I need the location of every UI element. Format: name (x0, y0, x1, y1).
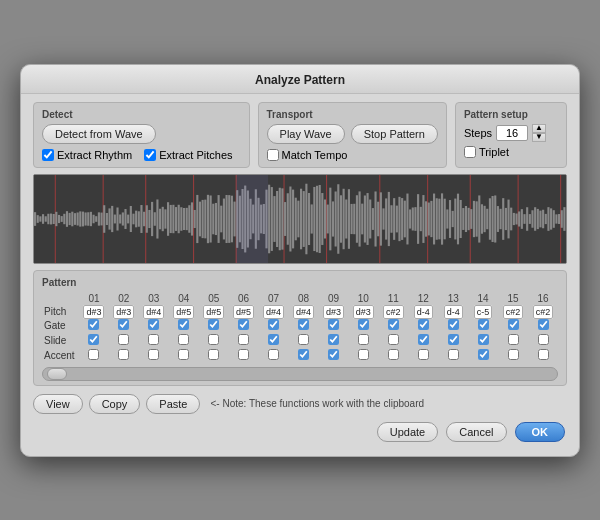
stop-pattern-button[interactable]: Stop Pattern (351, 124, 438, 144)
accent-cell-4[interactable] (169, 348, 199, 363)
slide-checkbox-16[interactable] (538, 334, 549, 345)
pattern-scrollbar[interactable] (42, 367, 558, 381)
pitch-cell-15[interactable]: c#2 (498, 305, 528, 318)
gate-checkbox-12[interactable] (418, 319, 429, 330)
accent-cell-5[interactable] (199, 348, 229, 363)
gate-cell-10[interactable] (348, 318, 378, 333)
accent-cell-12[interactable] (408, 348, 438, 363)
accent-cell-10[interactable] (348, 348, 378, 363)
accent-cell-14[interactable] (468, 348, 498, 363)
accent-cell-16[interactable] (528, 348, 558, 363)
accent-checkbox-2[interactable] (118, 349, 129, 360)
slide-checkbox-2[interactable] (118, 334, 129, 345)
update-button[interactable]: Update (377, 422, 438, 442)
accent-checkbox-12[interactable] (418, 349, 429, 360)
slide-checkbox-11[interactable] (388, 334, 399, 345)
pitch-cell-6[interactable]: d#5 (229, 305, 259, 318)
slide-cell-1[interactable] (79, 333, 109, 348)
gate-cell-7[interactable] (259, 318, 289, 333)
slide-cell-14[interactable] (468, 333, 498, 348)
gate-cell-5[interactable] (199, 318, 229, 333)
slide-cell-2[interactable] (109, 333, 139, 348)
pitch-cell-2[interactable]: d#3 (109, 305, 139, 318)
copy-button[interactable]: Copy (89, 394, 141, 414)
gate-cell-9[interactable] (318, 318, 348, 333)
accent-cell-13[interactable] (438, 348, 468, 363)
accent-checkbox-16[interactable] (538, 349, 549, 360)
accent-cell-2[interactable] (109, 348, 139, 363)
accent-checkbox-10[interactable] (358, 349, 369, 360)
accent-cell-15[interactable] (498, 348, 528, 363)
accent-cell-9[interactable] (318, 348, 348, 363)
triplet-checkbox[interactable] (464, 146, 476, 158)
slide-cell-10[interactable] (348, 333, 378, 348)
accent-checkbox-7[interactable] (268, 349, 279, 360)
slide-cell-9[interactable] (318, 333, 348, 348)
slide-checkbox-8[interactable] (298, 334, 309, 345)
gate-cell-4[interactable] (169, 318, 199, 333)
slide-checkbox-15[interactable] (508, 334, 519, 345)
slide-cell-3[interactable] (139, 333, 169, 348)
accent-cell-11[interactable] (378, 348, 408, 363)
accent-checkbox-15[interactable] (508, 349, 519, 360)
accent-checkbox-5[interactable] (208, 349, 219, 360)
extract-rhythm-checkbox[interactable] (42, 149, 54, 161)
slide-cell-4[interactable] (169, 333, 199, 348)
pitch-cell-13[interactable]: d-4 (438, 305, 468, 318)
gate-cell-16[interactable] (528, 318, 558, 333)
gate-checkbox-13[interactable] (448, 319, 459, 330)
ok-button[interactable]: OK (515, 422, 566, 442)
gate-cell-12[interactable] (408, 318, 438, 333)
pitch-cell-8[interactable]: d#4 (289, 305, 319, 318)
accent-cell-3[interactable] (139, 348, 169, 363)
gate-checkbox-3[interactable] (148, 319, 159, 330)
accent-checkbox-8[interactable] (298, 349, 309, 360)
gate-cell-8[interactable] (289, 318, 319, 333)
slide-checkbox-3[interactable] (148, 334, 159, 345)
accent-checkbox-6[interactable] (238, 349, 249, 360)
play-wave-button[interactable]: Play Wave (267, 124, 345, 144)
gate-checkbox-9[interactable] (328, 319, 339, 330)
gate-cell-14[interactable] (468, 318, 498, 333)
gate-cell-3[interactable] (139, 318, 169, 333)
pitch-cell-12[interactable]: d-4 (408, 305, 438, 318)
slide-checkbox-13[interactable] (448, 334, 459, 345)
pitch-cell-14[interactable]: c-5 (468, 305, 498, 318)
accent-checkbox-11[interactable] (388, 349, 399, 360)
gate-cell-2[interactable] (109, 318, 139, 333)
extract-pitches-checkbox[interactable] (144, 149, 156, 161)
gate-checkbox-15[interactable] (508, 319, 519, 330)
pitch-cell-10[interactable]: d#3 (348, 305, 378, 318)
slide-checkbox-5[interactable] (208, 334, 219, 345)
gate-checkbox-2[interactable] (118, 319, 129, 330)
gate-checkbox-7[interactable] (268, 319, 279, 330)
slide-cell-5[interactable] (199, 333, 229, 348)
gate-cell-15[interactable] (498, 318, 528, 333)
slide-cell-8[interactable] (289, 333, 319, 348)
steps-input[interactable] (496, 125, 528, 141)
accent-checkbox-3[interactable] (148, 349, 159, 360)
scrollbar-thumb[interactable] (47, 368, 67, 380)
accent-checkbox-14[interactable] (478, 349, 489, 360)
gate-checkbox-4[interactable] (178, 319, 189, 330)
match-tempo-checkbox[interactable] (267, 149, 279, 161)
gate-cell-1[interactable] (79, 318, 109, 333)
gate-checkbox-11[interactable] (388, 319, 399, 330)
accent-checkbox-9[interactable] (328, 349, 339, 360)
slide-cell-6[interactable] (229, 333, 259, 348)
accent-cell-8[interactable] (289, 348, 319, 363)
gate-checkbox-8[interactable] (298, 319, 309, 330)
accent-cell-1[interactable] (79, 348, 109, 363)
view-button[interactable]: View (33, 394, 83, 414)
pitch-cell-7[interactable]: d#4 (259, 305, 289, 318)
cancel-button[interactable]: Cancel (446, 422, 506, 442)
slide-cell-15[interactable] (498, 333, 528, 348)
slide-checkbox-10[interactable] (358, 334, 369, 345)
slide-checkbox-1[interactable] (88, 334, 99, 345)
slide-cell-11[interactable] (378, 333, 408, 348)
accent-checkbox-1[interactable] (88, 349, 99, 360)
pitch-cell-9[interactable]: d#3 (318, 305, 348, 318)
accent-cell-6[interactable] (229, 348, 259, 363)
slide-checkbox-4[interactable] (178, 334, 189, 345)
steps-down-button[interactable]: ▼ (532, 133, 546, 142)
